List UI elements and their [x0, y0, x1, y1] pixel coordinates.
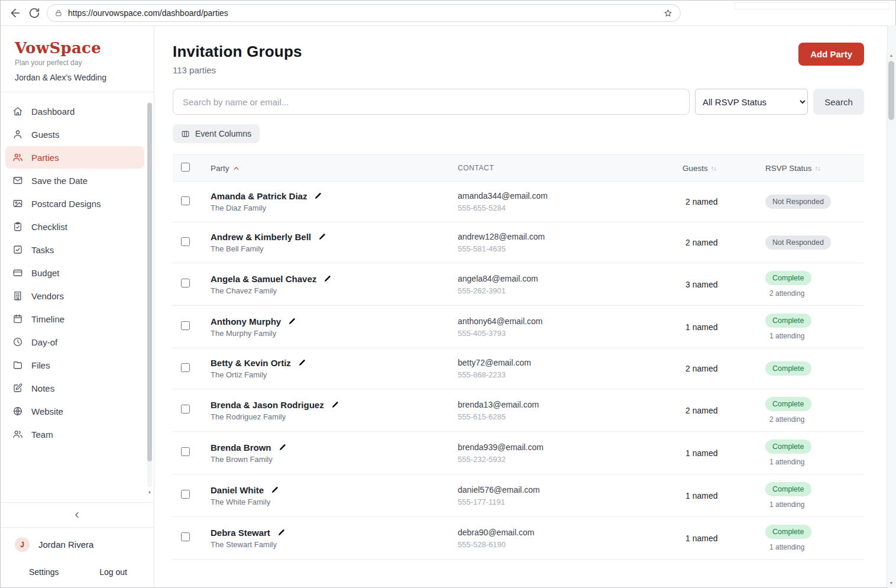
search-button[interactable]: Search	[813, 89, 864, 115]
sidebar-scrollbar-thumb[interactable]	[147, 103, 152, 461]
row-checkbox[interactable]	[181, 196, 190, 205]
row-checkbox[interactable]	[181, 321, 190, 330]
sidebar-item-label: Vendors	[31, 291, 64, 301]
rsvp-status-select[interactable]: All RSVP Status	[695, 89, 808, 115]
edit-party-icon[interactable]	[287, 317, 296, 326]
contact-email: daniel576@email.com	[458, 485, 682, 495]
party-family: The Brown Family	[211, 455, 458, 464]
attending-count: 1 attending	[765, 543, 864, 551]
row-checkbox[interactable]	[181, 237, 190, 246]
chevron-left-icon	[73, 511, 82, 519]
sidebar-item-budget[interactable]: Budget	[5, 261, 144, 284]
select-all-checkbox[interactable]	[181, 163, 190, 172]
sidebar-collapse-button[interactable]	[1, 502, 154, 527]
table-row: Andrew & Kimberly Bell The Bell Family a…	[173, 222, 864, 263]
row-checkbox[interactable]	[181, 490, 190, 499]
sort-asc-icon	[232, 164, 240, 172]
site-info-icon[interactable]	[54, 9, 63, 17]
edit-party-icon[interactable]	[297, 358, 306, 367]
edit-party-icon[interactable]	[331, 400, 339, 409]
globe-icon	[12, 406, 23, 416]
sidebar-item-parties[interactable]: Parties	[5, 146, 144, 169]
sidebar-item-dashboard[interactable]: Dashboard	[5, 100, 144, 122]
pencil-square-icon	[12, 383, 23, 393]
header-rsvp-status[interactable]: RSVP Status ↑↓	[765, 164, 864, 173]
contact-email: betty72@email.com	[458, 358, 682, 367]
sidebar-item-notes[interactable]: Notes	[5, 377, 144, 399]
rsvp-status-badge: Complete	[765, 525, 811, 539]
party-name: Andrew & Kimberly Bell	[211, 232, 311, 242]
logout-link[interactable]: Log out	[99, 567, 127, 577]
sidebar-item-label: Files	[31, 360, 50, 370]
search-input[interactable]	[173, 89, 690, 115]
sidebar-item-day-of[interactable]: Day-of	[5, 331, 144, 353]
edit-party-icon[interactable]	[313, 192, 322, 201]
edit-party-icon[interactable]	[278, 443, 287, 452]
row-checkbox[interactable]	[181, 363, 190, 372]
row-checkbox[interactable]	[181, 447, 190, 456]
header-party[interactable]: Party	[211, 164, 458, 173]
sidebar-item-team[interactable]: Team	[5, 423, 144, 445]
home-icon	[12, 106, 23, 117]
rsvp-status-badge: Complete	[765, 271, 811, 285]
people-icon	[12, 152, 23, 163]
page-scrollbar[interactable]: ▲ ▼	[887, 51, 895, 587]
clock-icon	[12, 337, 23, 347]
sidebar-item-checklist[interactable]: Checklist	[5, 215, 144, 238]
sidebar-item-label: Day-of	[31, 337, 57, 347]
wedding-name: Jordan & Alex's Wedding	[15, 73, 140, 82]
sidebar-item-label: Notes	[31, 383, 54, 393]
contact-phone: 555-615-6285	[458, 412, 682, 421]
avatar: J	[15, 537, 30, 552]
sidebar-scroll-down-icon[interactable]: ▼	[147, 490, 152, 495]
page-scrollbar-thumb[interactable]	[888, 61, 894, 120]
sidebar-scrollbar[interactable]: ▼	[147, 102, 152, 487]
edit-party-icon[interactable]	[277, 528, 286, 537]
guests-count: 2 named	[682, 197, 765, 206]
party-family: The Ortiz Family	[211, 370, 458, 379]
header-guests[interactable]: Guests ↑↓	[682, 164, 765, 173]
sidebar-item-website[interactable]: Website	[5, 400, 144, 422]
edit-party-icon[interactable]	[323, 274, 332, 283]
row-checkbox[interactable]	[181, 405, 190, 413]
sidebar-item-timeline[interactable]: Timeline	[5, 308, 144, 330]
edit-party-icon[interactable]	[318, 232, 326, 241]
edit-party-icon[interactable]	[270, 486, 279, 495]
sidebar-item-save-the-date[interactable]: Save the Date	[5, 169, 144, 192]
table-row: Brenda Brown The Brown Family brenda939@…	[173, 432, 864, 474]
sidebar-item-label: Postcard Designs	[31, 199, 101, 209]
rsvp-status-badge: Complete	[765, 397, 811, 411]
settings-link[interactable]: Settings	[29, 567, 59, 577]
guests-count: 2 named	[682, 238, 765, 247]
guests-count: 2 named	[682, 364, 765, 373]
envelope-icon	[12, 175, 23, 186]
sidebar-item-guests[interactable]: Guests	[5, 123, 144, 146]
sidebar-item-files[interactable]: Files	[5, 354, 144, 376]
parties-table: Party CONTACT Guests ↑↓ RSVP Status ↑↓	[173, 154, 864, 560]
party-name: Brenda & Jason Rodriguez	[211, 400, 324, 410]
row-checkbox[interactable]	[181, 532, 190, 541]
scroll-up-icon[interactable]: ▲	[887, 53, 895, 57]
bookmark-star-icon[interactable]	[663, 8, 673, 18]
sidebar-item-vendors[interactable]: Vendors	[5, 285, 144, 307]
rsvp-status-badge: Complete	[765, 361, 811, 376]
event-columns-label: Event Columns	[195, 129, 251, 138]
image-icon	[12, 198, 23, 209]
add-party-button[interactable]: Add Party	[798, 43, 864, 66]
table-row: Daniel White The White Family daniel576@…	[173, 474, 864, 517]
guests-count: 1 named	[682, 534, 765, 543]
guests-count: 1 named	[682, 322, 765, 332]
back-icon[interactable]	[9, 7, 22, 20]
sidebar-item-label: Parties	[31, 153, 59, 163]
event-columns-button[interactable]: Event Columns	[173, 124, 260, 143]
address-bar[interactable]: https://ourvowspace.com/dashboard/partie…	[47, 4, 681, 22]
party-family: The Stewart Family	[211, 540, 458, 549]
attending-count: 1 attending	[765, 458, 864, 466]
table-header-row: Party CONTACT Guests ↑↓ RSVP Status ↑↓	[173, 155, 864, 182]
refresh-icon[interactable]	[28, 7, 41, 20]
card-icon	[12, 267, 23, 278]
row-checkbox[interactable]	[181, 279, 190, 287]
sidebar-item-postcard-designs[interactable]: Postcard Designs	[5, 192, 144, 215]
sidebar-item-tasks[interactable]: Tasks	[5, 238, 144, 261]
scroll-down-icon[interactable]: ▼	[887, 581, 895, 585]
